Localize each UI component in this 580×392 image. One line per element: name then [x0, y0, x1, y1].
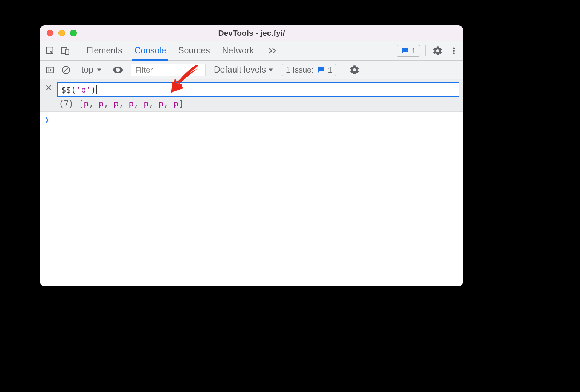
svg-rect-0 — [46, 47, 53, 53]
console-prompt[interactable]: ❯ — [40, 112, 463, 127]
comma: , — [89, 99, 99, 108]
live-expression-eye-icon[interactable] — [111, 63, 125, 77]
window-title: DevTools - jec.fyi/ — [40, 29, 463, 38]
text-cursor — [96, 85, 97, 94]
console-settings-icon[interactable] — [348, 63, 361, 77]
code-token: ) — [91, 85, 96, 94]
issues-count: 1 — [328, 65, 333, 74]
live-expression-result: (7) [p, p, p, p, p, p, p] — [57, 99, 459, 108]
svg-rect-6 — [46, 67, 54, 73]
filter-input[interactable] — [131, 64, 206, 76]
maximize-window-button[interactable] — [70, 30, 77, 36]
divider — [425, 45, 426, 56]
svg-point-4 — [453, 50, 455, 51]
svg-line-9 — [64, 67, 69, 72]
result-count: (7) — [59, 99, 74, 108]
feedback-button[interactable]: 1 — [397, 45, 420, 57]
minimize-window-button[interactable] — [58, 30, 65, 36]
tab-elements[interactable]: Elements — [86, 41, 122, 60]
kebab-menu-icon[interactable] — [448, 44, 459, 57]
comma: , — [134, 99, 144, 108]
live-expression-input[interactable]: $$('p') — [57, 82, 459, 97]
result-element[interactable]: p — [159, 99, 163, 108]
result-element[interactable]: p — [174, 99, 179, 108]
result-element[interactable]: p — [99, 99, 104, 108]
svg-point-10 — [117, 69, 119, 71]
close-window-button[interactable] — [47, 30, 53, 36]
main-toolbar: Elements Console Sources Network 1 — [40, 41, 463, 61]
console-toolbar: top Default levels 1 Issue: 1 — [40, 61, 463, 79]
issues-button[interactable]: 1 Issue: 1 — [282, 64, 336, 76]
levels-label: Default levels — [214, 65, 266, 75]
log-levels-select[interactable]: Default levels — [214, 65, 273, 75]
comma: , — [104, 99, 114, 108]
result-element[interactable]: p — [143, 99, 148, 108]
clear-console-icon[interactable] — [60, 64, 72, 76]
comma: , — [163, 99, 174, 108]
svg-point-5 — [453, 52, 455, 54]
result-element[interactable]: p — [84, 99, 89, 108]
comma: , — [149, 99, 159, 108]
result-element[interactable]: p — [129, 99, 134, 108]
bracket: ] — [179, 99, 183, 108]
divider — [77, 45, 77, 56]
context-label: top — [81, 65, 93, 75]
more-tabs-icon[interactable] — [266, 46, 279, 56]
panel-tabs: Elements Console Sources Network — [86, 41, 279, 60]
chevron-down-icon — [96, 67, 102, 73]
window-titlebar: DevTools - jec.fyi/ — [40, 25, 463, 41]
issues-label: 1 Issue: — [286, 65, 314, 74]
execution-context-select[interactable]: top — [78, 65, 105, 75]
chat-icon — [317, 66, 325, 74]
inspect-element-icon[interactable] — [44, 44, 56, 57]
chat-icon — [401, 47, 409, 55]
live-expression-row: ✕ $$('p') (7) [p, p, p, p, p, p, p] — [40, 79, 463, 112]
comma: , — [119, 99, 129, 108]
code-token: ( — [71, 85, 76, 94]
console-body: ✕ $$('p') (7) [p, p, p, p, p, p, p] ❯ — [40, 79, 463, 286]
tab-network[interactable]: Network — [222, 41, 254, 60]
tab-sources[interactable]: Sources — [178, 41, 210, 60]
settings-icon[interactable] — [431, 44, 444, 58]
svg-rect-2 — [65, 49, 69, 54]
chevron-right-icon: ❯ — [44, 115, 49, 124]
tab-console[interactable]: Console — [134, 41, 166, 60]
svg-point-3 — [453, 47, 455, 49]
sidebar-toggle-icon[interactable] — [44, 64, 56, 76]
device-toggle-icon[interactable] — [59, 44, 72, 57]
traffic-lights — [47, 30, 77, 36]
feedback-count: 1 — [411, 46, 416, 55]
bracket: [ — [79, 99, 84, 108]
code-token: 'p' — [76, 85, 91, 94]
code-token: $$ — [61, 85, 71, 94]
close-icon[interactable]: ✕ — [44, 82, 53, 94]
chevron-down-icon — [268, 67, 273, 73]
result-element[interactable]: p — [114, 99, 119, 108]
devtools-window: DevTools - jec.fyi/ Elements Console Sou… — [40, 25, 463, 286]
